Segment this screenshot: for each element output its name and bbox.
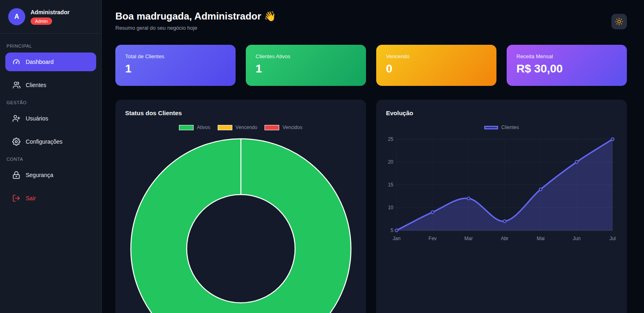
nav-section-gestao: GESTÃO xyxy=(7,100,95,105)
sidebar-item-label: Segurança xyxy=(26,172,53,178)
sun-icon xyxy=(615,18,623,26)
stat-value: 1 xyxy=(125,62,226,75)
stat-cards: Total de Clientes 1 Clientes Ativos 1 Ve… xyxy=(115,45,627,86)
sidebar-item-configuracoes[interactable]: Configurações xyxy=(5,132,96,151)
legend-item-vencendo[interactable]: Vencendo xyxy=(218,125,257,130)
stat-label: Vencendo xyxy=(386,53,487,59)
svg-text:Jun: Jun xyxy=(573,236,580,241)
topbar: Boa madrugada, Administrador 👋 Resumo ge… xyxy=(115,11,627,31)
stat-card-clientes-ativos: Clientes Ativos 1 xyxy=(246,45,366,86)
stat-label: Clientes Ativos xyxy=(256,53,356,59)
legend-item-ativos[interactable]: Ativos xyxy=(179,125,210,130)
sidebar-item-label: Clientes xyxy=(26,82,46,88)
stat-card-receita-mensal: Receita Mensal R$ 30,00 xyxy=(507,45,627,86)
page-title: Boa madrugada, Administrador 👋 xyxy=(115,11,276,22)
svg-text:15: 15 xyxy=(388,182,394,188)
stat-value: 0 xyxy=(386,62,487,75)
stat-value: R$ 30,00 xyxy=(516,62,617,75)
user-profile: A Administrador Admin xyxy=(0,0,101,34)
svg-text:20: 20 xyxy=(388,159,394,165)
legend-swatch-vencidos xyxy=(265,125,279,130)
evolucao-card: Evolução Clientes 510152025JanFevMarAbrM… xyxy=(376,100,627,313)
sidebar-item-seguranca[interactable]: Segurança xyxy=(5,166,96,184)
main-content: Boa madrugada, Administrador 👋 Resumo ge… xyxy=(102,0,644,313)
nav-section-conta: CONTA xyxy=(7,157,95,162)
nav-section-principal: PRINCIPAL xyxy=(7,44,95,48)
svg-text:Jul: Jul xyxy=(609,236,615,241)
legend-swatch-ativos xyxy=(179,125,194,130)
user-name: Administrador xyxy=(31,9,70,15)
gauge-icon xyxy=(12,58,20,66)
svg-text:Fev: Fev xyxy=(428,236,437,241)
chart-title: Status dos Clientes xyxy=(125,109,356,116)
dashboard-app: A Administrador Admin PRINCIPAL Dashboar… xyxy=(0,0,644,313)
svg-text:Jan: Jan xyxy=(393,236,400,241)
stat-value: 1 xyxy=(256,62,356,75)
chart-title: Evolução xyxy=(386,109,617,116)
sidebar-item-label: Sair xyxy=(26,195,36,201)
sidebar-item-dashboard[interactable]: Dashboard xyxy=(5,53,96,71)
svg-text:Mai: Mai xyxy=(537,236,545,241)
sidebar: A Administrador Admin PRINCIPAL Dashboar… xyxy=(0,0,102,313)
legend-swatch-vencendo xyxy=(218,125,232,130)
sidebar-item-label: Configurações xyxy=(26,138,62,145)
gear-icon xyxy=(12,138,20,146)
sidebar-nav: PRINCIPAL Dashboard Clientes xyxy=(0,34,101,216)
donut-chart xyxy=(125,134,356,313)
user-plus-icon xyxy=(12,114,20,123)
sidebar-item-sair[interactable]: Sair xyxy=(5,189,96,208)
lock-icon xyxy=(12,171,20,179)
logout-icon xyxy=(12,194,20,202)
sidebar-item-clientes[interactable]: Clientes xyxy=(5,76,96,94)
role-badge: Admin xyxy=(31,18,52,25)
svg-text:25: 25 xyxy=(388,136,394,142)
stat-label: Receita Mensal xyxy=(516,53,617,59)
users-icon xyxy=(12,81,20,89)
line-chart: 510152025JanFevMarAbrMaiJunJul xyxy=(386,134,617,249)
sidebar-item-label: Usuários xyxy=(26,115,48,122)
stat-label: Total de Clientes xyxy=(125,53,226,59)
line-legend: Clientes xyxy=(386,124,617,131)
svg-text:Abr: Abr xyxy=(501,236,509,241)
stat-card-vencendo: Vencendo 0 xyxy=(376,45,496,86)
svg-text:Mar: Mar xyxy=(464,236,473,241)
chart-row: Status dos Clientes Ativos Vencendo Venc… xyxy=(115,100,627,313)
page-subtitle: Resumo geral do seu negócio hoje xyxy=(115,25,276,31)
status-clientes-card: Status dos Clientes Ativos Vencendo Venc… xyxy=(115,100,366,313)
theme-toggle-button[interactable] xyxy=(611,14,627,29)
legend-swatch-clientes xyxy=(484,126,498,129)
svg-text:5: 5 xyxy=(390,228,393,233)
legend-item-clientes[interactable]: Clientes xyxy=(484,125,519,130)
sidebar-item-label: Dashboard xyxy=(26,59,54,65)
legend-item-vencidos[interactable]: Vencidos xyxy=(265,125,302,130)
donut-legend: Ativos Vencendo Vencidos xyxy=(125,124,356,131)
stat-card-total-clientes: Total de Clientes 1 xyxy=(115,45,236,86)
sidebar-item-usuarios[interactable]: Usuários xyxy=(5,109,96,128)
avatar: A xyxy=(8,8,25,25)
svg-text:10: 10 xyxy=(388,205,394,210)
